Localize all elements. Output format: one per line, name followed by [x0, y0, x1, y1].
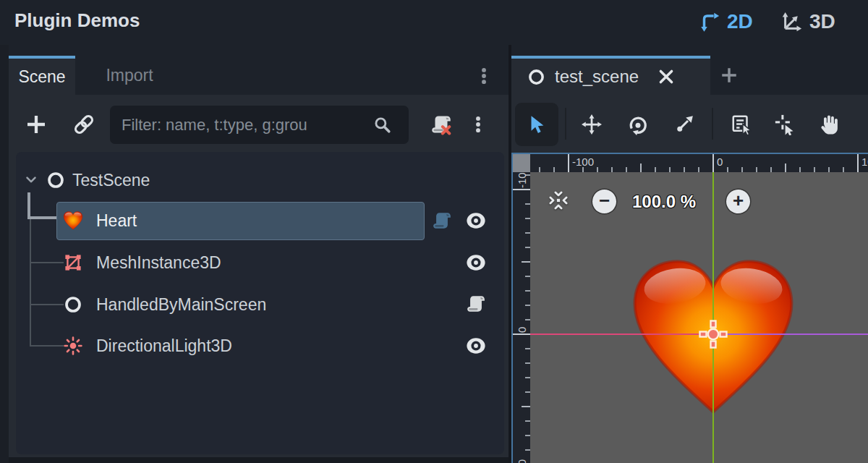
title-bar: Plugin Demos 2D 3D [0, 0, 868, 45]
zoom-out-button[interactable]: − [592, 190, 616, 213]
3d-view-icon [781, 11, 803, 33]
add-node-button[interactable] [25, 113, 48, 136]
tab-import-label: Import [106, 66, 153, 85]
visibility-icon[interactable] [466, 252, 486, 273]
ruler-tick [522, 261, 530, 263]
ruler-tick [513, 334, 530, 335]
toolbar-separator [712, 108, 713, 140]
ruler-tick [513, 189, 530, 190]
tab-scene-label: Scene [18, 67, 65, 87]
tree-connector [30, 304, 64, 305]
node-circle-icon [527, 68, 545, 86]
pan-tool-button[interactable] [817, 114, 839, 135]
list-select-tool-button[interactable] [731, 114, 752, 135]
canvas-toolbar [511, 95, 868, 153]
script-icon[interactable] [466, 294, 486, 314]
script-icon[interactable] [432, 211, 452, 231]
mesh-instance-icon [64, 253, 82, 272]
scene-dock: Scene Import TestScene Heart [9, 45, 509, 463]
tree-connector [27, 216, 56, 219]
ruler-label: -100 [516, 172, 528, 188]
tree-connector [27, 192, 30, 219]
ruler-label: 0 [516, 327, 528, 333]
scene-tree: TestScene Heart MeshInstance3D HandledBy… [16, 152, 504, 454]
ruler-label: 0 [717, 156, 723, 168]
vertical-ruler: -100 0 100 [513, 172, 530, 463]
bottom-panel-edge [9, 457, 509, 463]
x-axis-line-right [713, 334, 868, 335]
ruler-tick [785, 163, 786, 172]
select-cursor-icon [526, 114, 548, 135]
dock-options-menu-icon[interactable] [475, 64, 493, 88]
scene-tab-bar: test_scene [511, 45, 868, 95]
ruler-label: 100 [516, 459, 528, 463]
2d-view-icon [699, 11, 720, 33]
rotate-tool-button[interactable] [627, 114, 649, 135]
x-axis-line [530, 334, 713, 335]
tree-row-label: DirectionalLight3D [96, 336, 232, 356]
toolbar-separator [565, 108, 566, 140]
filter-input[interactable] [110, 106, 409, 144]
heart-sprite-icon [62, 211, 84, 231]
move-tool-button[interactable] [581, 114, 603, 135]
search-icon [373, 115, 391, 134]
new-scene-tab-button[interactable] [720, 66, 739, 85]
tab-test-scene[interactable]: test_scene [511, 56, 710, 95]
3d-label: 3D [809, 10, 835, 33]
main-viewport-panel: test_scene -100 0 100 [511, 45, 868, 463]
tree-connector [30, 345, 64, 347]
scene-tab-label: test_scene [555, 67, 639, 87]
tree-row-label: TestScene [72, 171, 150, 190]
y-axis-line [712, 172, 714, 463]
window-edge [0, 45, 9, 463]
scene-tree-toolbar [9, 95, 509, 152]
tab-import[interactable]: Import [75, 56, 184, 95]
tree-row-heart[interactable]: Heart [56, 202, 425, 240]
page-title: Plugin Demos [14, 9, 140, 32]
ruler-tick [568, 154, 569, 172]
visibility-icon[interactable] [466, 211, 486, 231]
scale-tool-button[interactable] [673, 114, 695, 135]
close-icon[interactable] [657, 67, 676, 86]
2d-label: 2D [727, 10, 753, 33]
instance-scene-link-button[interactable] [72, 113, 95, 136]
ruler-tick [857, 154, 859, 172]
tree-row-label: HandledByMainScreen [96, 295, 266, 315]
ruler-corner[interactable] [513, 154, 530, 172]
ruler-label: 100 [861, 156, 868, 168]
switch-3d-button[interactable]: 3D [781, 9, 835, 34]
position-gizmo-crosshair[interactable] [697, 318, 729, 350]
detach-script-button[interactable] [430, 114, 452, 135]
node-circle-icon [46, 171, 65, 190]
visibility-icon[interactable] [466, 336, 486, 356]
tree-connector [30, 219, 31, 346]
ruler-tick [522, 406, 530, 407]
tab-scene[interactable]: Scene [9, 56, 75, 95]
tree-connector [30, 262, 64, 263]
select-tool-button[interactable] [515, 103, 558, 146]
directional-light-icon [64, 336, 82, 355]
ruler-label: -100 [572, 156, 594, 168]
chevron-down-icon[interactable] [23, 171, 39, 187]
node-circle-icon [64, 295, 82, 314]
viewport-2d: -100 0 100 -100 0 100 − 100.0 % + [511, 153, 868, 463]
zoom-percent[interactable]: 100.0 % [620, 192, 708, 212]
tree-row-label: MeshInstance3D [96, 253, 221, 273]
center-view-button[interactable] [548, 190, 569, 211]
zoom-in-button[interactable]: + [726, 190, 750, 213]
horizontal-ruler: -100 0 100 [530, 154, 868, 172]
ruler-tick [712, 154, 714, 172]
switch-2d-button[interactable]: 2D [699, 9, 753, 34]
pivot-tool-button[interactable] [774, 114, 796, 135]
ruler-tick [640, 163, 642, 172]
tree-options-menu-icon[interactable] [469, 115, 488, 134]
dock-tab-bar: Scene Import [9, 45, 509, 95]
canvas-2d[interactable]: − 100.0 % + [530, 172, 868, 463]
tree-row-label: Heart [96, 211, 137, 231]
